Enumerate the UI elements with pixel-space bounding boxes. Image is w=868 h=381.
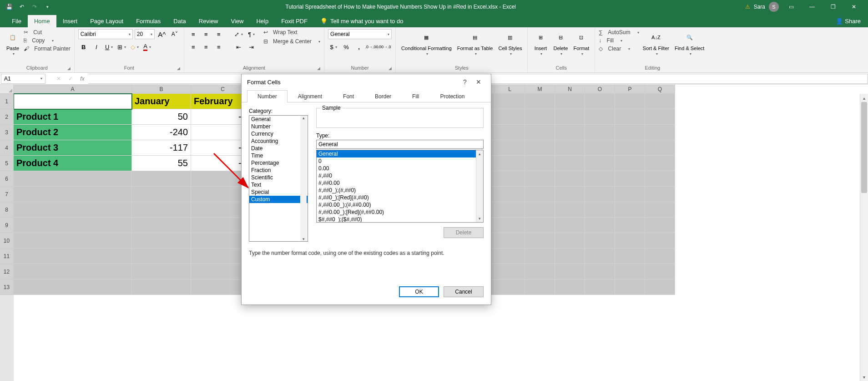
scroll-down-icon[interactable]: ▾ xyxy=(860,373,868,381)
col-header[interactable]: L xyxy=(495,85,525,94)
category-item-scientific[interactable]: Scientific xyxy=(249,174,308,181)
cell[interactable] xyxy=(645,109,675,125)
clipboard-launcher-icon[interactable]: ◢ xyxy=(67,66,71,71)
category-item-time[interactable]: Time xyxy=(249,152,308,159)
cell[interactable] xyxy=(132,171,191,187)
row-header[interactable]: 9 xyxy=(0,218,14,233)
row-header[interactable]: 4 xyxy=(0,140,14,156)
cell[interactable] xyxy=(645,264,675,279)
cell[interactable] xyxy=(495,109,525,125)
wrap-text-button[interactable]: ↩ Wrap Text xyxy=(263,29,320,36)
cell[interactable]: January xyxy=(132,94,191,109)
ok-button[interactable]: OK xyxy=(399,286,439,297)
tab-foxit[interactable]: Foxit PDF xyxy=(275,15,314,27)
fill-button[interactable]: ↓ Fill ▾ xyxy=(599,37,639,44)
col-header[interactable]: P xyxy=(615,85,645,94)
align-bottom-icon[interactable]: ≡ xyxy=(213,29,224,39)
category-listbox[interactable]: General Number Currency Accounting Date … xyxy=(249,115,308,242)
cell[interactable] xyxy=(615,140,645,156)
delete-button[interactable]: Delete xyxy=(444,227,484,238)
number-launcher-icon[interactable]: ◢ xyxy=(389,66,392,71)
format-item[interactable]: $#,##0_);($#,##0) xyxy=(317,216,483,223)
cell[interactable] xyxy=(14,264,132,279)
cell[interactable] xyxy=(495,249,525,264)
align-top-icon[interactable]: ≡ xyxy=(188,29,199,39)
cell[interactable] xyxy=(615,264,645,279)
cell[interactable] xyxy=(525,156,555,171)
row-header[interactable]: 3 xyxy=(0,125,14,140)
cell[interactable] xyxy=(525,233,555,249)
cell[interactable] xyxy=(525,187,555,202)
cell[interactable] xyxy=(585,202,615,218)
cell[interactable] xyxy=(585,249,615,264)
cell[interactable] xyxy=(555,202,585,218)
scroll-up-icon[interactable]: ▴ xyxy=(476,150,483,157)
cell[interactable] xyxy=(555,140,585,156)
cell[interactable] xyxy=(525,109,555,125)
cell[interactable] xyxy=(555,187,585,202)
cell[interactable] xyxy=(645,171,675,187)
font-launcher-icon[interactable]: ◢ xyxy=(177,66,180,71)
dialog-tab-border[interactable]: Border xyxy=(364,90,402,102)
cell[interactable] xyxy=(645,140,675,156)
ribbon-options-icon[interactable]: ▭ xyxy=(782,0,800,13)
category-item-general[interactable]: General xyxy=(249,116,308,123)
cell[interactable] xyxy=(14,218,132,233)
format-listbox[interactable]: General 0 0.00 #,##0 #,##0.00 #,##0_);(#… xyxy=(316,150,484,223)
maximize-icon[interactable]: ❐ xyxy=(824,0,842,13)
category-item-date[interactable]: Date xyxy=(249,145,308,152)
col-header[interactable]: Q xyxy=(645,85,675,94)
cell[interactable] xyxy=(525,125,555,140)
find-select-button[interactable]: 🔍Find & Select▾ xyxy=(673,29,706,57)
cell[interactable] xyxy=(615,125,645,140)
cell[interactable] xyxy=(645,279,675,295)
row-header[interactable]: 12 xyxy=(0,264,14,279)
cell[interactable] xyxy=(645,233,675,249)
cell[interactable] xyxy=(132,187,191,202)
format-item[interactable]: #,##0.00_);[Red](#,##0.00) xyxy=(317,208,483,216)
cell[interactable] xyxy=(585,109,615,125)
cell[interactable] xyxy=(615,202,645,218)
row-header[interactable]: 8 xyxy=(0,202,14,218)
cell[interactable] xyxy=(585,171,615,187)
cell[interactable] xyxy=(495,171,525,187)
row-header[interactable]: 7 xyxy=(0,187,14,202)
cell[interactable] xyxy=(615,156,645,171)
cell[interactable] xyxy=(14,249,132,264)
cell[interactable] xyxy=(495,125,525,140)
tell-me[interactable]: 💡Tell me what you want to do xyxy=(314,15,409,27)
col-header[interactable]: B xyxy=(132,85,191,94)
dialog-help-icon[interactable]: ? xyxy=(458,78,472,86)
col-header[interactable]: M xyxy=(525,85,555,94)
cell[interactable] xyxy=(615,218,645,233)
cell[interactable]: Product 2 xyxy=(14,125,132,140)
row-header[interactable]: 6 xyxy=(0,171,14,187)
category-item-percentage[interactable]: Percentage xyxy=(249,159,308,167)
cell[interactable] xyxy=(615,187,645,202)
accounting-format-icon[interactable]: $▾ xyxy=(328,42,339,52)
cell[interactable] xyxy=(555,94,585,109)
increase-font-icon[interactable]: A^ xyxy=(156,29,167,39)
cell[interactable] xyxy=(14,187,132,202)
cell[interactable] xyxy=(585,187,615,202)
increase-decimal-icon[interactable]: .0→.00 xyxy=(366,42,377,52)
select-all-corner[interactable] xyxy=(0,85,14,94)
dialog-close-icon[interactable]: ✕ xyxy=(472,78,485,86)
cell[interactable] xyxy=(615,109,645,125)
cell[interactable] xyxy=(585,218,615,233)
number-format-combo[interactable]: General▾ xyxy=(328,29,392,39)
cell[interactable] xyxy=(14,171,132,187)
autosum-button[interactable]: ∑ AutoSum ▾ xyxy=(599,29,639,36)
cell[interactable] xyxy=(14,202,132,218)
scroll-up-icon[interactable]: ▴ xyxy=(860,94,868,102)
tab-formulas[interactable]: Formulas xyxy=(130,15,167,27)
cell[interactable] xyxy=(555,171,585,187)
cell[interactable] xyxy=(585,233,615,249)
cell-a1[interactable] xyxy=(14,94,132,109)
minimize-icon[interactable]: — xyxy=(803,0,821,13)
format-item[interactable]: #,##0.00_);(#,##0.00) xyxy=(317,201,483,208)
align-right-icon[interactable]: ≡ xyxy=(213,42,224,52)
cell[interactable] xyxy=(555,125,585,140)
cell[interactable] xyxy=(645,94,675,109)
cell[interactable] xyxy=(645,202,675,218)
